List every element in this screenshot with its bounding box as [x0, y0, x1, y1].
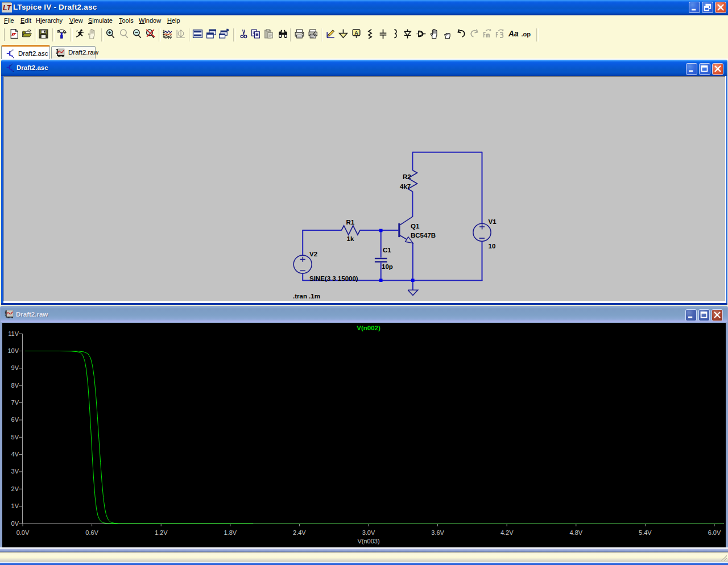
toolbar-separator [71, 28, 73, 41]
menu-window[interactable]: Window [139, 17, 161, 24]
svg-text:4k7: 4k7 [400, 183, 411, 190]
restore-button[interactable] [702, 2, 713, 13]
find-icon[interactable] [278, 28, 288, 40]
print-preview-icon[interactable] [308, 28, 318, 40]
open-icon[interactable] [22, 28, 32, 40]
waveform-close-button[interactable] [712, 309, 723, 321]
menu-view[interactable]: View [69, 17, 83, 24]
menu-tools[interactable]: Tools [119, 17, 134, 24]
waveform-plot[interactable]: 0V1V2V3V4V5V6V7V8V9V10V11V0.0V0.6V1.2V1.… [2, 323, 726, 547]
cascade-new-icon[interactable] [218, 28, 229, 40]
svg-text:10: 10 [489, 243, 496, 250]
waveform-window: Draft2.raw 0V1V2V3V4V5V6V7V8V9V10V11V0.0… [0, 306, 728, 552]
toolbar-separator [536, 28, 539, 41]
cut-icon[interactable] [238, 28, 249, 40]
tile-windows-icon[interactable] [192, 28, 203, 40]
toolbar-separator [52, 28, 55, 41]
waveform-minimize-button[interactable] [685, 309, 697, 321]
control-panel-hammer-icon[interactable] [56, 28, 67, 40]
schematic-close-button[interactable] [712, 63, 723, 75]
text-icon[interactable]: Aa [508, 28, 519, 40]
schematic-doc-icon[interactable] [6, 64, 14, 73]
svg-text:4.2V: 4.2V [500, 529, 514, 536]
redo-icon [469, 28, 480, 40]
save-icon[interactable] [38, 28, 49, 40]
schematic-canvas[interactable]: R24k7Q1BC547BR11kC110pV2SINE(3 3 15000)V… [3, 76, 726, 302]
net-label-icon[interactable]: A [351, 28, 362, 40]
svg-text:11V: 11V [8, 330, 19, 337]
waveform-maximize-button[interactable] [698, 309, 710, 321]
svg-text:3.0V: 3.0V [362, 529, 375, 536]
resistor-icon[interactable] [365, 28, 375, 40]
toolbar-grip[interactable] [2, 28, 5, 41]
toolbar-separator [35, 28, 37, 41]
toolbar-separator [159, 28, 161, 41]
zoom-out-icon[interactable] [132, 28, 143, 40]
ground-icon[interactable] [338, 28, 349, 40]
svg-text:5V: 5V [11, 434, 19, 441]
svg-text:7V: 7V [11, 399, 19, 406]
menu-edit[interactable]: Edit [20, 17, 31, 24]
svg-text:1k: 1k [347, 235, 354, 242]
svg-text:.tran .1m: .tran .1m [293, 293, 320, 300]
svg-text:10V: 10V [7, 347, 19, 354]
step-m-icon [495, 28, 506, 40]
diode-icon[interactable] [402, 28, 413, 40]
svg-text:V1: V1 [489, 218, 497, 225]
svg-text:.op: .op [522, 31, 531, 38]
svg-text:SINE(3 3 15000): SINE(3 3 15000) [309, 275, 358, 282]
new-schematic-icon[interactable] [9, 28, 20, 40]
menu-help[interactable]: Help [167, 17, 180, 24]
schematic-window-titlebar[interactable]: Draft2.asc [1, 60, 727, 76]
autorange-icon[interactable] [162, 28, 173, 40]
tab-bar: Draft2.asc Draft2.raw [0, 44, 728, 60]
capacitor-icon[interactable] [378, 28, 388, 40]
resize-grip-icon[interactable] [719, 554, 727, 561]
tab-draft2-raw[interactable]: Draft2.raw [51, 46, 96, 59]
run-icon[interactable] [75, 28, 85, 40]
menu-file[interactable]: File [4, 17, 14, 24]
menu-simulate[interactable]: Simulate [88, 17, 113, 24]
svg-text:R2: R2 [403, 173, 411, 180]
svg-text:0V: 0V [11, 520, 19, 527]
title-bar[interactable]: LT LTspice IV - Draft2.asc [0, 0, 728, 15]
schematic-drawing: R24k7Q1BC547BR11kC110pV2SINE(3 3 15000)V… [4, 77, 726, 302]
schematic-minimize-button[interactable] [686, 63, 697, 75]
svg-text:3V: 3V [11, 468, 19, 475]
copy-icon[interactable] [250, 28, 261, 40]
waveform-window-title: Draft2.raw [16, 311, 48, 318]
svg-text:R1: R1 [346, 219, 355, 226]
svg-text:6V: 6V [11, 416, 19, 423]
cascade-windows-icon[interactable] [206, 28, 217, 40]
tab-draft2-asc[interactable]: Draft2.asc [1, 45, 50, 59]
paste-icon [263, 28, 274, 40]
svg-text:5.4V: 5.4V [639, 529, 652, 536]
close-button[interactable] [715, 2, 726, 13]
move-icon[interactable] [429, 28, 440, 40]
zoom-in-icon[interactable] [105, 28, 116, 40]
waveform-doc-icon [56, 48, 65, 57]
waveform-chart: 0V1V2V3V4V5V6V7V8V9V10V11V0.0V0.6V1.2V1.… [2, 323, 726, 547]
print-icon[interactable] [294, 28, 305, 40]
minimize-button[interactable] [689, 2, 700, 13]
menu-bar: FileEditHierarchyViewSimulateToolsWindow… [0, 15, 728, 26]
undo-icon[interactable] [456, 28, 466, 40]
svg-text:2V: 2V [11, 485, 19, 492]
waveform-window-titlebar[interactable]: Draft2.raw [1, 306, 727, 322]
halt-hand-icon [86, 28, 97, 40]
schematic-maximize-button[interactable] [699, 63, 710, 75]
menu-hierarchy[interactable]: Hierarchy [36, 17, 63, 24]
draw-wire-icon[interactable] [325, 28, 336, 40]
waveform-doc-icon[interactable] [5, 310, 14, 319]
zoom-extents-icon[interactable] [145, 28, 156, 40]
svg-text:Q1: Q1 [411, 223, 420, 230]
svg-text:LT: LT [3, 4, 12, 12]
spice-directive-icon[interactable]: .op [521, 28, 532, 40]
svg-text:A: A [354, 30, 358, 36]
component-icon[interactable] [416, 28, 427, 40]
inductor-icon[interactable] [390, 28, 401, 40]
toolbar-separator [101, 28, 104, 41]
app-icon[interactable]: LT [2, 2, 11, 12]
drag-icon[interactable] [442, 28, 453, 40]
svg-text:6.0V: 6.0V [708, 529, 721, 536]
